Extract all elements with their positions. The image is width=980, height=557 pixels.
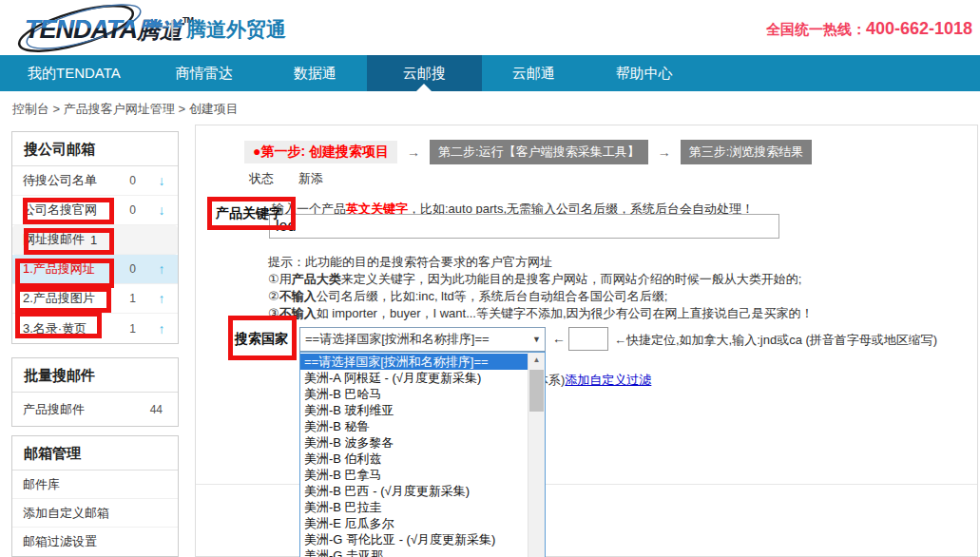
arrow-down-icon[interactable]: ↓ bbox=[155, 173, 168, 188]
country-option[interactable]: 美洲-E 厄瓜多尔 bbox=[300, 515, 528, 531]
country-option[interactable]: 美洲-G 圭亚那 bbox=[300, 547, 528, 557]
sidebar-item-pending-company-list[interactable]: 待搜公司名单 0 ↓ bbox=[12, 166, 178, 196]
chevron-down-icon: ▼ bbox=[532, 328, 541, 351]
tips-block: 提示：此功能的目的是搜索符合要求的客户官方网址 ①用产品大类来定义关键字，因为此… bbox=[268, 254, 814, 322]
nav-item-business-radar[interactable]: 商情雷达 bbox=[145, 55, 263, 91]
logo-divider: | bbox=[169, 15, 175, 42]
add-custom-filter-link[interactable]: 添加自定义过滤 bbox=[565, 373, 651, 387]
tips-line-1: 提示：此功能的目的是搜索符合要求的客户官方网址 bbox=[268, 254, 814, 271]
wizard-steps: ●第一步: 创建搜索项目 → 第二步:运行【客户端搜索采集工具】 → 第三步:浏… bbox=[244, 140, 812, 164]
sidebar-item-company-name-search-site[interactable]: 公司名搜官网 0 ↓ bbox=[12, 196, 178, 225]
country-select-value: ==请选择国家[按洲和名称排序]== bbox=[305, 332, 490, 346]
status-row: 状态 新添 bbox=[249, 170, 323, 187]
country-option[interactable]: 美洲-B 玻利维亚 bbox=[300, 402, 528, 418]
count-badge: 1 bbox=[129, 292, 136, 305]
status-value: 新添 bbox=[298, 171, 323, 185]
sidebar-item-product-search-url[interactable]: 1.产品搜网址 0 ↑ bbox=[12, 255, 178, 284]
country-option[interactable]: 美洲-B 秘鲁 bbox=[300, 418, 528, 434]
sidebar-title-mailbox-management: 邮箱管理 bbox=[12, 436, 178, 471]
sidebar-item-add-custom-mailbox[interactable]: 添加自定义邮箱 bbox=[12, 499, 178, 528]
country-option[interactable]: 美洲-B 伯利兹 bbox=[300, 451, 528, 467]
step-3-browse-results: 第三步:浏览搜索结果 bbox=[681, 140, 813, 164]
nav-item-cloud-mail-pass[interactable]: 云邮通 bbox=[482, 55, 586, 91]
country-option[interactable]: 美洲-B 巴拉圭 bbox=[300, 499, 528, 515]
sidebar-section-batch-search-email: 批量搜邮件 产品搜邮件 44 bbox=[11, 357, 179, 427]
tips-line-4: ③不输入如 importer，buyer，I want...等关键字不添加,因为… bbox=[268, 305, 814, 322]
country-option[interactable]: ==请选择国家[按洲和名称排序]== bbox=[300, 354, 528, 370]
count-badge: 0 bbox=[129, 174, 136, 187]
left-arrow-icon: ← bbox=[552, 331, 566, 346]
nav-item-my-tendata[interactable]: 我的TENDATA bbox=[0, 55, 145, 91]
sidebar-section-mailbox-management: 邮箱管理 邮件库 添加自定义邮箱 邮箱过滤设置 bbox=[11, 435, 179, 557]
nav-item-help-center[interactable]: 帮助中心 bbox=[586, 55, 703, 91]
product-keyword-label: 产品关键字 bbox=[216, 205, 282, 222]
count-badge: 1 bbox=[90, 233, 97, 247]
country-option[interactable]: 美洲-G 哥伦比亚 - (√月度更新采集) bbox=[300, 531, 528, 547]
step-arrow-icon: → bbox=[397, 144, 430, 160]
country-option[interactable]: 美洲-A 阿根廷 - (√月度更新采集) bbox=[300, 370, 528, 386]
sidebar-item-mailbox-filter-settings[interactable]: 邮箱过滤设置 bbox=[12, 528, 178, 556]
custom-filter-line: 体系)添加自定义过滤 bbox=[536, 372, 651, 389]
sidebar-title-batch-search-email: 批量搜邮件 bbox=[12, 358, 178, 393]
search-country-label: 搜索国家 bbox=[235, 331, 288, 348]
count-badge: 0 bbox=[129, 203, 136, 217]
nav-item-cloud-mail-search[interactable]: 云邮搜 bbox=[367, 55, 482, 91]
sidebar-item-mail-library[interactable]: 邮件库 bbox=[12, 471, 178, 499]
count-badge: 44 bbox=[150, 403, 163, 416]
scrollbar-thumb[interactable] bbox=[529, 370, 544, 412]
country-option[interactable]: 美洲-B 巴西 - (√月度更新采集) bbox=[300, 483, 528, 499]
breadcrumb: 控制台 > 产品搜客户网址管理 > 创建项目 bbox=[12, 101, 239, 118]
country-option[interactable]: 美洲-B 波多黎各 bbox=[300, 434, 528, 451]
country-dropdown-list: ==请选择国家[按洲和名称排序]==美洲-A 阿根廷 - (√月度更新采集)美洲… bbox=[299, 352, 546, 557]
sidebar-item-product-search-email[interactable]: 产品搜邮件 44 bbox=[12, 393, 178, 426]
header: TENDATA腾道TM TENDATA腾道 | 腾道外贸通 全国统一热线：400… bbox=[0, 0, 980, 55]
logo-text: TENDATA腾道TM TENDATA腾道 bbox=[25, 15, 193, 46]
hotline: 全国统一热线：400-662-1018 bbox=[766, 19, 972, 39]
quick-locate-input[interactable] bbox=[568, 327, 608, 351]
sidebar-item-directory-yellow-pages[interactable]: 3.名录·黄页 1 ↑ bbox=[12, 314, 178, 343]
tips-line-3: ②不输入公司名后缀，比如:inc, ltd等，系统后台自动组合各国公司名后缀; bbox=[268, 288, 814, 305]
step-2-run-client-tool: 第二步:运行【客户端搜索采集工具】 bbox=[430, 140, 648, 164]
quick-locate-hint: ←快捷定位,如加拿大,输入:jnd或ca (拼音首字母或地区缩写) bbox=[614, 332, 937, 349]
sidebar-title-search-company-email: 搜公司邮箱 bbox=[12, 132, 178, 166]
arrow-up-icon[interactable]: ↑ bbox=[155, 321, 168, 336]
tips-line-2: ①用产品大类来定义关键字，因为此功能目的是搜客户网站，而网站介绍的时候一般从大类… bbox=[268, 271, 814, 288]
country-option[interactable]: 美洲-B 巴哈马 bbox=[300, 386, 528, 402]
step-arrow-icon: → bbox=[648, 144, 681, 160]
country-options: ==请选择国家[按洲和名称排序]==美洲-A 阿根廷 - (√月度更新采集)美洲… bbox=[300, 354, 528, 557]
count-badge: 0 bbox=[129, 262, 136, 276]
status-label: 状态 bbox=[249, 171, 274, 185]
page: TENDATA腾道TM TENDATA腾道 | 腾道外贸通 全国统一热线：400… bbox=[0, 0, 980, 557]
dropdown-scrollbar[interactable]: ▲ bbox=[528, 353, 545, 557]
country-option[interactable]: 美洲-B 巴拿马 bbox=[300, 467, 528, 483]
hotline-label: 全国统一热线： bbox=[766, 21, 866, 37]
country-select[interactable]: ==请选择国家[按洲和名称排序]== ▼ bbox=[299, 327, 546, 352]
count-badge: 1 bbox=[129, 322, 136, 336]
arrow-down-icon[interactable]: ↓ bbox=[155, 202, 168, 218]
nav-item-data-pass[interactable]: 数据通 bbox=[263, 55, 367, 91]
step-1-create-project: ●第一步: 创建搜索项目 bbox=[244, 141, 397, 163]
scroll-up-icon[interactable]: ▲ bbox=[528, 353, 545, 368]
arrow-up-icon[interactable]: ↑ bbox=[155, 291, 168, 306]
product-name: 腾道外贸通 bbox=[186, 16, 286, 43]
hotline-number: 400-662-1018 bbox=[866, 19, 972, 38]
product-keyword-input[interactable] bbox=[269, 214, 779, 239]
sidebar-item-url-search-email[interactable]: 网址搜邮件 1 bbox=[12, 225, 178, 255]
sidebar-section-search-company-email: 搜公司邮箱 待搜公司名单 0 ↓ 公司名搜官网 0 ↓ 网址搜邮件 1 1.产品… bbox=[11, 131, 179, 344]
arrow-up-icon[interactable]: ↑ bbox=[155, 261, 168, 277]
sidebar-item-product-search-image[interactable]: 2.产品搜图片 1 ↑ bbox=[12, 284, 178, 314]
main-nav: 我的TENDATA 商情雷达 数据通 云邮搜 云邮通 帮助中心 bbox=[0, 55, 980, 91]
